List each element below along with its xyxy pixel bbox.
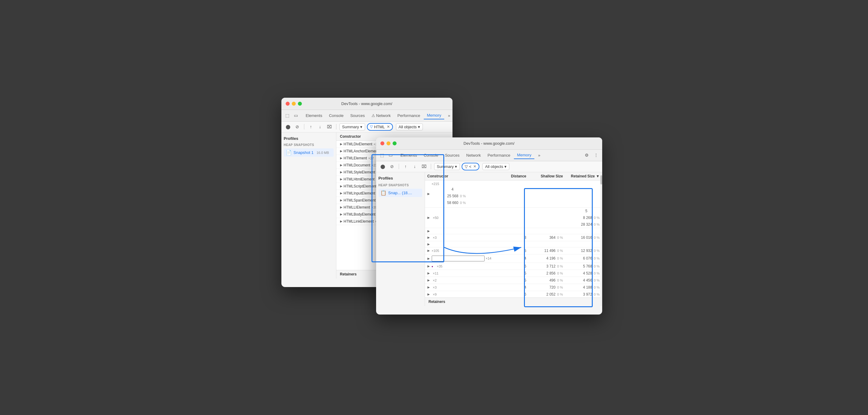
front-toolbar: ⬤ ⊘ ↑ ↓ ⌧ Summary ▾ ▽ < ✕ All objects ▾ — [376, 161, 602, 172]
front-tag-name: ×215 4 25 568 0 % 58 660 0 % — [432, 182, 468, 206]
front-tab-elements[interactable]: Elements — [398, 152, 420, 159]
front-cell-constructor: ▶ ×35 — [425, 263, 504, 269]
front-expand-arrow: ▶ — [428, 292, 430, 296]
back-upload-icon[interactable]: ↑ — [307, 123, 315, 130]
back-inspect-icon[interactable]: ⬚ — [284, 112, 291, 119]
front-count-badge: ×35 — [437, 264, 443, 268]
front-table-body: ▶ ×215 4 25 568 0 % 58 660 0 % ▶ ×50 5 8… — [425, 181, 602, 297]
front-cell-retained: 28 324 0 % — [565, 221, 602, 228]
front-count-badge: ×105 — [432, 249, 439, 253]
back-record-icon[interactable]: ⬤ — [284, 123, 292, 130]
front-table-row[interactable]: ▶ ×11 5 2 856 0 % 4 528 0 % — [425, 270, 602, 277]
back-tab-sources[interactable]: Sources — [347, 112, 368, 119]
back-minimize-button[interactable] — [292, 102, 296, 106]
front-expand-arrow: ▶ — [428, 236, 430, 239]
front-filter-text[interactable]: < — [469, 164, 471, 169]
front-table-row[interactable]: ▶ ×35 6 3 712 0 % 5 768 0 % — [425, 263, 602, 270]
back-sidebar: Profiles HEAP SNAPSHOTS 📄 Snapshot 1 16.… — [281, 132, 336, 279]
front-filter-close[interactable]: ✕ — [473, 164, 476, 168]
front-table-row[interactable]: ▶ </span> <span class="count-badge" data… — [425, 241, 602, 247]
front-table-row[interactable]: ▶ ×2 5 496 0 % 4 456 0 % — [425, 277, 602, 284]
back-download-icon[interactable]: ↓ — [316, 123, 324, 130]
front-table-row[interactable]: ▶ ×215 4 25 568 0 % 58 660 0 % — [425, 181, 602, 208]
front-table-row[interactable]: ▶ ×105 5 11 496 0 % 12 932 0 % — [425, 247, 602, 254]
back-snapshot-item[interactable]: 📄 Snapshot 1 16.0 MB — [284, 149, 334, 157]
front-cell-constructor: ▶ </span> <span class="count-badge" data… — [425, 241, 602, 247]
front-expand-arrow: ▶ — [428, 272, 430, 275]
front-table-row[interactable]: ▶ ×50 5 8 268 0 % 28 324 0 % — [425, 208, 602, 228]
front-stop-icon[interactable]: ⊘ — [388, 163, 396, 170]
front-device-icon[interactable]: ▭ — [387, 152, 395, 159]
front-window: DevTools - www.google.com/ ⬚ ▭ Elements … — [376, 137, 602, 315]
front-cell-distance: 6 — [504, 291, 529, 297]
front-tab-network[interactable]: Network — [463, 152, 484, 159]
front-tabbar: ⬚ ▭ Elements Console Sources Network Per… — [376, 150, 602, 161]
back-traffic-lights — [286, 102, 302, 106]
front-clear-icon[interactable]: ⌧ — [421, 163, 428, 170]
front-scrollbar-thumb[interactable] — [600, 175, 602, 185]
front-heap-section-title: Heap snapshots — [378, 184, 422, 187]
front-heap-section: Heap snapshots 📋 Snap... (18.... — [378, 184, 422, 197]
front-filter-input-pill[interactable]: ▽ < ✕ — [462, 163, 479, 170]
front-tab-memory[interactable]: Memory — [514, 152, 534, 159]
back-filter-icon: ▽ — [370, 125, 373, 129]
front-scrollbar-track[interactable] — [600, 172, 602, 306]
front-cell-distance: 3 — [504, 234, 529, 241]
back-tab-more[interactable]: » — [445, 112, 452, 119]
front-cell-shallow: 25 568 0 % — [432, 193, 468, 199]
front-tab-performance[interactable]: Performance — [485, 152, 513, 159]
front-main-content: Profiles Heap snapshots 📋 Snap... (18...… — [376, 172, 602, 306]
front-table-row[interactable]: ▶ ×14 4 4 196 0 % 6 076 0 % — [425, 254, 602, 263]
back-filter-pill[interactable]: ▽ HTML ✕ — [367, 123, 393, 131]
front-settings-icon[interactable]: ⚙ — [583, 152, 591, 159]
front-cell-retained: 12 932 0 % — [565, 247, 602, 254]
front-all-objects-chevron: ▾ — [504, 164, 506, 169]
front-inspect-icon[interactable]: ⬚ — [378, 152, 386, 159]
front-close-button[interactable] — [380, 141, 384, 146]
front-cell-retained: 4 456 0 % — [565, 277, 602, 284]
front-more-icon[interactable]: ⋮ — [592, 152, 600, 159]
front-cell-shallow: 4 196 0 % — [529, 255, 565, 262]
back-device-icon[interactable]: ▭ — [292, 112, 300, 119]
front-record-icon[interactable]: ⬤ — [379, 163, 386, 170]
back-tab-elements[interactable]: Elements — [303, 112, 326, 119]
front-tab-console[interactable]: Console — [421, 152, 441, 159]
front-tag-name: ×35 — [432, 264, 443, 268]
front-snapshot-item[interactable]: 📋 Snap... (18.... — [378, 189, 422, 197]
back-tab-network[interactable]: ⚠ Network — [369, 112, 394, 119]
back-close-button[interactable] — [286, 102, 290, 106]
front-expand-arrow: ▶ — [428, 279, 430, 282]
front-table-row[interactable]: ▶ ×3 3 364 0 % 16 016 0 % — [425, 234, 602, 241]
front-tab-sources[interactable]: Sources — [442, 152, 463, 159]
front-cell-retained: 6 076 0 % — [565, 255, 602, 262]
front-tab-more[interactable]: » — [535, 152, 543, 159]
front-toolbar-divider-1 — [399, 164, 399, 169]
front-tag-name — [432, 256, 485, 261]
front-cell-constructor: ▶ ×105 — [425, 247, 504, 254]
front-cell-distance: 4 — [504, 255, 529, 262]
front-minimize-button[interactable] — [386, 141, 391, 146]
front-table-row[interactable]: ▶ ×3 4 720 0 % 4 188 0 % — [425, 284, 602, 291]
front-maximize-button[interactable] — [393, 141, 397, 146]
front-upload-icon[interactable]: ↑ — [402, 163, 409, 170]
back-tab-console[interactable]: Console — [326, 112, 347, 119]
back-summary-dropdown[interactable]: Summary ▾ — [339, 123, 365, 130]
front-download-icon[interactable]: ↓ — [411, 163, 418, 170]
back-all-objects-dropdown[interactable]: All objects ▾ — [396, 123, 423, 130]
back-tab-memory[interactable]: Memory — [424, 112, 444, 119]
front-expand-arrow: ▶ — [428, 257, 430, 260]
front-table-row[interactable]: ▶ </span> <span class="count-badge" data… — [425, 228, 602, 234]
front-toolbar-divider-2 — [431, 164, 431, 169]
back-stop-icon[interactable]: ⊘ — [293, 123, 301, 130]
front-all-objects-dropdown[interactable]: All objects ▾ — [483, 163, 509, 170]
front-summary-dropdown[interactable]: Summary ▾ — [434, 163, 460, 170]
back-maximize-button[interactable] — [298, 102, 302, 106]
front-all-objects-label: All objects — [485, 164, 503, 169]
back-filter-close[interactable]: ✕ — [387, 125, 390, 129]
front-table-row[interactable]: ▶ ×9 6 2 052 0 % 3 972 0 % — [425, 291, 602, 297]
back-clear-icon[interactable]: ⌧ — [326, 123, 333, 130]
front-cell-constructor: ▶ ×2 — [425, 277, 504, 283]
back-tab-performance[interactable]: Performance — [395, 112, 423, 119]
front-table-area[interactable]: Constructor Distance Shallow Size Retain… — [425, 172, 602, 297]
front-table-wrapper: Constructor Distance Shallow Size Retain… — [425, 172, 602, 306]
